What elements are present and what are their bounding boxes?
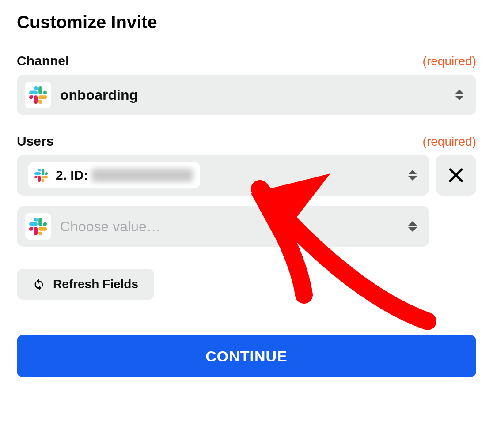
page-title: Customize Invite (17, 12, 476, 32)
channel-required-tag: (required) (423, 54, 476, 68)
users-selected-row[interactable]: 2. ID: (17, 155, 429, 196)
close-icon (447, 167, 464, 184)
users-label: Users (17, 134, 53, 149)
refresh-fields-button[interactable]: Refresh Fields (17, 269, 154, 300)
chevron-sort-icon (408, 170, 417, 181)
slack-icon (25, 213, 51, 240)
channel-value: onboarding (60, 87, 138, 103)
chevron-sort-icon (408, 221, 417, 232)
users-required-tag: (required) (423, 135, 476, 149)
channel-label: Channel (17, 53, 69, 68)
continue-label: CONTINUE (205, 348, 288, 365)
refresh-label: Refresh Fields (53, 277, 138, 291)
users-add-select[interactable]: Choose value… (17, 206, 429, 247)
users-placeholder: Choose value… (60, 218, 161, 235)
user-pill: 2. ID: (28, 162, 200, 188)
slack-icon (25, 82, 51, 108)
chevron-sort-icon (455, 90, 464, 100)
remove-user-button[interactable] (436, 155, 476, 196)
refresh-icon (33, 278, 45, 290)
redacted-id (91, 169, 193, 182)
user-id-prefix: 2. ID: (56, 168, 88, 183)
continue-button[interactable]: CONTINUE (17, 335, 476, 377)
slack-icon (32, 166, 50, 184)
channel-select[interactable]: onboarding (17, 75, 476, 115)
